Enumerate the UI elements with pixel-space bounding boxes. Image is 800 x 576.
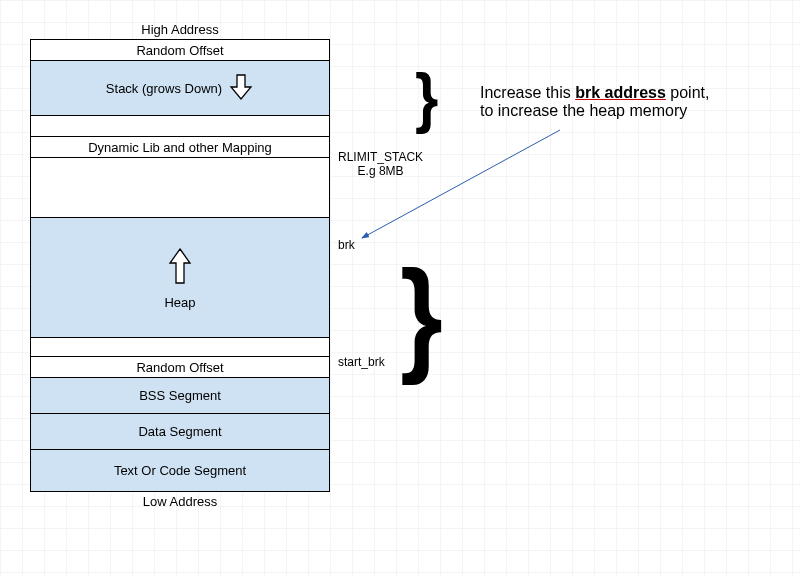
brace-heap-icon: } xyxy=(400,252,443,379)
segment-bss: BSS Segment xyxy=(30,378,330,414)
segment-dynamic-lib: Dynamic Lib and other Mapping xyxy=(30,136,330,158)
segment-label: Dynamic Lib and other Mapping xyxy=(88,140,272,155)
brace-stack-icon: } xyxy=(415,65,438,131)
segment-label: Stack (grows Down) xyxy=(106,81,222,96)
segment-data: Data Segment xyxy=(30,414,330,450)
segment-label: Text Or Code Segment xyxy=(114,463,246,478)
segment-label: BSS Segment xyxy=(139,388,221,403)
annotation-line2: to increase the heap memory xyxy=(480,102,780,120)
rlimit-stack-label: RLIMIT_STACK E.g 8MB xyxy=(338,150,423,178)
arrow-up-icon xyxy=(167,245,193,287)
annotation-pre: Increase this xyxy=(480,84,575,101)
segment-label: Heap xyxy=(164,295,195,310)
annotation-bold: brk address xyxy=(575,84,666,101)
segment-text: Text Or Code Segment xyxy=(30,450,330,492)
memory-layout-diagram: High Address Random Offset Stack (grows … xyxy=(30,20,330,511)
rlimit-line1: RLIMIT_STACK xyxy=(338,150,423,164)
segment-random-offset-bottom: Random Offset xyxy=(30,356,330,378)
annotation-post: point, xyxy=(666,84,710,101)
annotation-line1: Increase this brk address point, xyxy=(480,84,780,102)
gap-dynlib-heap xyxy=(30,158,330,218)
segment-heap: Heap xyxy=(30,218,330,338)
segment-random-offset-top: Random Offset xyxy=(30,39,330,61)
gap-heap-random xyxy=(30,338,330,356)
segment-label: Random Offset xyxy=(136,43,223,58)
high-address-label: High Address xyxy=(30,20,330,39)
arrow-down-icon xyxy=(228,73,254,103)
segment-label: Data Segment xyxy=(138,424,221,439)
start-brk-label: start_brk xyxy=(338,355,385,369)
segment-label: Random Offset xyxy=(136,360,223,375)
gap-stack-dynlib xyxy=(30,116,330,136)
low-address-label: Low Address xyxy=(30,492,330,511)
brk-label: brk xyxy=(338,238,355,252)
rlimit-line2: E.g 8MB xyxy=(338,164,423,178)
segment-stack: Stack (grows Down) xyxy=(30,61,330,116)
annotation-text: Increase this brk address point, to incr… xyxy=(480,84,780,120)
